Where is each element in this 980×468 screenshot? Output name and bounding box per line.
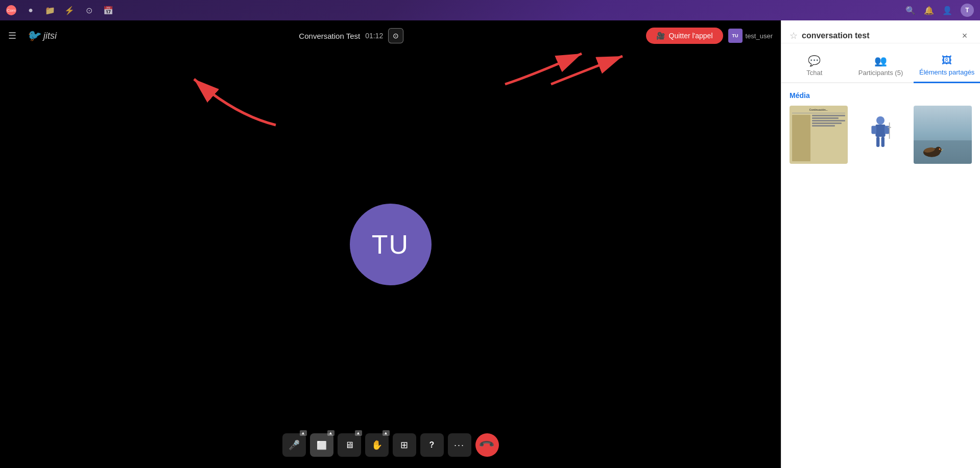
video-chevron-icon[interactable]: ▲ — [327, 430, 334, 436]
camera-off-icon: 🎥 — [656, 32, 665, 40]
svg-marker-14 — [941, 149, 944, 151]
video-center: TU — [0, 20, 781, 468]
user-avatar-small[interactable]: T — [961, 4, 974, 17]
jitsi-text: jitsi — [43, 31, 57, 41]
mic-icon: 🎤 — [289, 439, 300, 451]
topbar-profile-icon[interactable]: 👤 — [942, 5, 952, 15]
video-title: Conversation Test — [299, 32, 360, 40]
chat-tab-icon: 💬 — [808, 55, 821, 67]
main-layout: ☰ 🐦 jitsi Conversation Test 01:12 ⊙ 🎥 — [0, 20, 980, 468]
help-button[interactable]: ? — [420, 433, 444, 457]
svg-point-12 — [935, 146, 942, 153]
video-top-right: 🎥 Quitter l'appel TU test_user — [646, 28, 773, 44]
user-name: test_user — [746, 32, 773, 40]
screenshot-button[interactable]: ⊙ — [388, 28, 403, 43]
svg-rect-4 — [876, 125, 886, 137]
share-chevron-icon[interactable]: ▲ — [355, 430, 362, 436]
video-icon: ⬜ — [317, 440, 327, 450]
video-button[interactable]: ⬜ ▲ — [310, 433, 333, 457]
right-panel: ☆ conversation test × 💬 Tchat 👥 Particip… — [781, 20, 980, 468]
share-screen-button[interactable]: 🖥 ▲ — [338, 433, 361, 457]
panel-title: conversation test — [802, 31, 869, 40]
video-bottom-bar: 🎤 ▲ ⬜ ▲ 🖥 ▲ ✋ ▲ ⊞ ? ··· — [0, 427, 781, 468]
share-screen-icon: 🖥 — [345, 440, 354, 451]
raise-hand-button[interactable]: ✋ ▲ — [365, 433, 389, 457]
media-thumb-newspaper[interactable]: Continuación... — [790, 106, 848, 164]
nav-calendar-icon[interactable]: 📅 — [103, 5, 113, 15]
end-call-button[interactable]: 📞 — [475, 433, 499, 457]
app-icon-label: Com — [7, 8, 16, 13]
top-bar-left: Com ● 📁 ⚡ ⊙ 📅 — [6, 5, 113, 15]
nav-circle-icon[interactable]: ● — [26, 5, 36, 15]
mic-chevron-icon[interactable]: ▲ — [300, 430, 307, 436]
media-section-title: Média — [790, 91, 972, 100]
svg-point-15 — [939, 148, 941, 150]
user-mini-avatar: TU — [728, 29, 743, 43]
star-icon[interactable]: ☆ — [790, 30, 798, 41]
jitsi-logo: 🐦 jitsi — [27, 29, 57, 42]
grid-icon: ⊞ — [400, 439, 408, 451]
more-options-button[interactable]: ··· — [448, 433, 471, 457]
user-indicator: TU test_user — [728, 29, 773, 43]
hand-icon: ✋ — [371, 439, 383, 451]
tab-participants[interactable]: 👥 Participants (5) — [848, 50, 914, 83]
topbar-bell-icon[interactable]: 🔔 — [924, 5, 934, 15]
user-avatar-large: TU — [350, 204, 432, 285]
app-icon[interactable]: Com — [6, 5, 16, 15]
video-timer: 01:12 — [365, 32, 383, 40]
grid-view-button[interactable]: ⊞ — [393, 433, 416, 457]
tab-tchat-label: Tchat — [806, 69, 822, 77]
media-thumb-bird[interactable] — [914, 106, 972, 164]
svg-rect-8 — [881, 137, 885, 147]
tab-participants-label: Participants (5) — [858, 69, 903, 77]
svg-rect-7 — [876, 137, 879, 147]
close-panel-button[interactable]: × — [958, 29, 972, 43]
bird-svg — [918, 140, 946, 160]
leave-call-button[interactable]: 🎥 Quitter l'appel — [646, 28, 723, 44]
avatar-initials: TU — [372, 229, 409, 260]
svg-rect-6 — [885, 126, 890, 134]
hand-chevron-icon[interactable]: ▲ — [383, 430, 390, 436]
svg-rect-5 — [872, 126, 877, 134]
user-initials: TU — [732, 33, 738, 38]
tab-elements-partages[interactable]: 🖼 Éléments partagés — [914, 50, 980, 83]
top-bar: Com ● 📁 ⚡ ⊙ 📅 🔍 🔔 👤 T — [0, 0, 980, 20]
panel-content: Média Continuación... — [781, 83, 980, 468]
media-grid: Continuación... — [790, 106, 972, 164]
hamburger-menu-icon[interactable]: ☰ — [8, 30, 16, 41]
nav-search-icon[interactable]: ⊙ — [84, 5, 94, 15]
media-thumb-character[interactable] — [852, 106, 910, 164]
participants-tab-icon: 👥 — [874, 55, 887, 67]
help-icon: ? — [429, 440, 435, 450]
top-bar-right: 🔍 🔔 👤 T — [905, 4, 974, 17]
panel-tabs: 💬 Tchat 👥 Participants (5) 🖼 Éléments pa… — [781, 50, 980, 83]
tab-tchat[interactable]: 💬 Tchat — [781, 50, 848, 83]
nav-bolt-icon[interactable]: ⚡ — [64, 5, 75, 15]
panel-header: ☆ conversation test × — [781, 20, 980, 43]
shared-tab-icon: 🖼 — [942, 55, 952, 66]
screenshot-icon: ⊙ — [393, 32, 399, 40]
video-top-bar: ☰ 🐦 jitsi Conversation Test 01:12 ⊙ 🎥 — [0, 20, 781, 51]
svg-point-3 — [876, 116, 885, 125]
topbar-search-icon[interactable]: 🔍 — [905, 5, 916, 15]
mic-button[interactable]: 🎤 ▲ — [282, 433, 306, 457]
tab-elements-label: Éléments partagés — [919, 68, 974, 76]
panel-title-area: ☆ conversation test — [790, 30, 869, 41]
video-title-area: Conversation Test 01:12 ⊙ — [299, 28, 403, 43]
jitsi-bird-icon: 🐦 — [27, 29, 40, 42]
character-svg — [868, 114, 893, 155]
more-icon: ··· — [454, 440, 465, 451]
close-icon: × — [962, 31, 968, 41]
end-call-icon: 📞 — [478, 436, 496, 454]
video-area: ☰ 🐦 jitsi Conversation Test 01:12 ⊙ 🎥 — [0, 20, 781, 468]
leave-call-label: Quitter l'appel — [669, 32, 713, 40]
nav-folder-icon[interactable]: 📁 — [45, 5, 55, 15]
